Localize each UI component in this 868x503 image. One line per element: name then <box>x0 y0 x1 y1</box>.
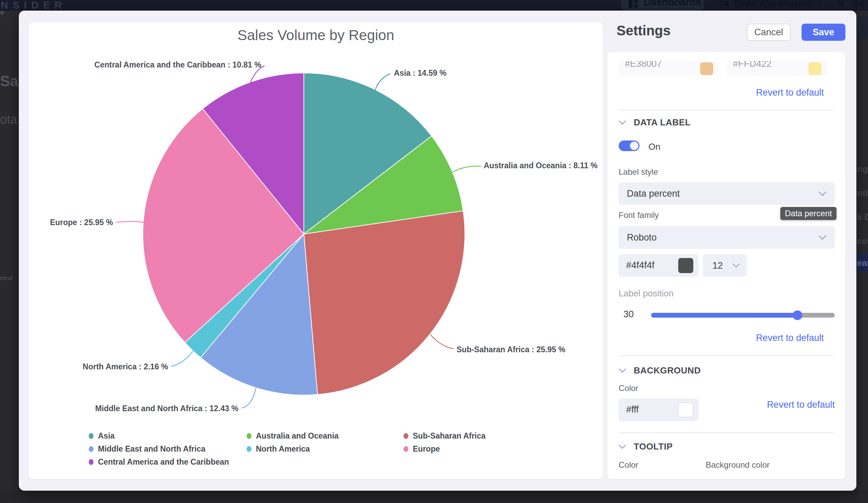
font-color-input[interactable]: #4f4f4f <box>619 254 699 277</box>
section-tooltip[interactable]: TOOLTIP <box>619 441 673 452</box>
legend-label: Central America and the Caribbean <box>98 458 229 467</box>
legend-item[interactable]: Europe <box>403 442 547 455</box>
series-color-input-1[interactable]: #E38007 <box>619 61 718 76</box>
font-family-label: Font family <box>619 211 659 220</box>
series-color-input-2[interactable]: #FFD422 <box>727 61 827 76</box>
divider <box>619 355 834 356</box>
series-color-swatch-1[interactable] <box>700 62 713 75</box>
label-position-slider[interactable] <box>651 313 835 318</box>
legend-dot <box>247 446 251 452</box>
legend-label: Australia and Oceania <box>256 431 339 441</box>
pie-label-leader <box>241 388 256 408</box>
settings-modal: Sales Volume by Region Asia : 14.59 %Aus… <box>19 11 856 491</box>
backdrop-left-strip: Sal ota ntral <box>0 11 19 491</box>
legend-item[interactable]: North America <box>247 442 403 455</box>
background-color-label: Color <box>619 383 638 393</box>
backdrop-bullet <box>0 11 4 15</box>
toggle-knob <box>630 142 639 150</box>
section-title: TOOLTIP <box>634 441 673 452</box>
chevron-down-icon <box>619 368 626 373</box>
revert-to-default-link[interactable]: Revert to default <box>756 333 824 343</box>
legend-item[interactable]: Asia <box>89 429 247 442</box>
chevron-down-icon <box>815 0 822 4</box>
pie-label-leader <box>453 166 481 172</box>
chevron-down-icon <box>619 444 626 449</box>
backdrop-text: Sal <box>0 73 19 90</box>
slider-thumb[interactable] <box>793 310 802 320</box>
legend-label: Middle East and North Africa <box>98 444 206 454</box>
label-position-value: 30 <box>623 309 634 320</box>
backdrop-right-strip: nge nth k D eek ear <box>856 11 868 491</box>
pie-slice-label: Central America and the Caribbean : 10.8… <box>94 60 261 69</box>
data-label-toggle[interactable] <box>619 141 640 151</box>
section-background[interactable]: BACKGROUND <box>619 365 701 376</box>
label-style-label: Label style <box>619 167 658 177</box>
divider <box>619 110 834 110</box>
legend-dot <box>403 433 408 439</box>
section-data-label[interactable]: DATA LABEL <box>619 117 691 128</box>
pie-slice[interactable] <box>304 211 465 394</box>
tooltip-color-label: Color <box>619 460 638 470</box>
legend-dot <box>89 459 93 465</box>
chevron-down-icon <box>732 263 740 268</box>
pie-slice-label: Europe : 25.95 % <box>50 218 113 227</box>
save-button[interactable]: Save <box>802 24 845 41</box>
cancel-button[interactable]: Cancel <box>747 24 790 41</box>
gear-icon[interactable]: ⚙ <box>836 0 845 9</box>
top-navbar: NSIDER Dashboards Data Warehouse ⚙ Se <box>0 0 868 11</box>
slider-fill <box>651 313 797 318</box>
dashboards-grid-icon <box>629 0 639 8</box>
legend-item[interactable]: Middle East and North Africa <box>89 442 247 455</box>
chevron-down-icon <box>818 191 827 196</box>
font-family-select[interactable]: Roboto <box>619 226 835 249</box>
background-color-input[interactable]: #fff <box>619 399 699 421</box>
nav-dashboards-label: Dashboards <box>644 0 701 8</box>
settings-panel: #E38007 #FFD422 Revert to default DATA L… <box>607 52 845 479</box>
label-style-select[interactable]: Data percent <box>619 182 835 205</box>
pie-chart: Asia : 14.59 %Australia and Oceania : 8.… <box>29 22 603 479</box>
pie-label-leader <box>375 74 391 91</box>
font-color-swatch[interactable] <box>678 258 693 273</box>
label-style-tooltip: Data percent <box>780 207 837 220</box>
backdrop-text: nth <box>857 188 868 198</box>
legend-item[interactable]: Central America and the Caribbean <box>89 455 247 469</box>
backdrop-bottom-strip <box>0 491 868 503</box>
backdrop-text: ear <box>857 258 868 268</box>
backdrop-text: nge <box>857 164 868 174</box>
font-family-value: Roboto <box>627 232 657 243</box>
page-title: Settings <box>617 23 671 38</box>
legend-item[interactable]: Australia and Oceania <box>247 429 403 442</box>
series-color-value-1: #E38007 <box>625 61 662 69</box>
backdrop-text: eek <box>857 236 868 246</box>
pie-slice-label: Middle East and North Africa : 12.43 % <box>95 404 238 413</box>
revert-to-default-link[interactable]: Revert to default <box>767 400 835 410</box>
legend-dot <box>89 446 93 452</box>
chevron-down-icon <box>818 235 827 240</box>
legend-dot <box>403 446 408 452</box>
pie-slice-label: North America : 2.16 % <box>83 362 168 371</box>
legend-item[interactable]: Sub-Saharan Africa <box>403 429 547 442</box>
nav-settings-label: Se <box>852 0 864 9</box>
series-color-swatch-2[interactable] <box>808 62 822 75</box>
chart-legend: AsiaAustralia and OceaniaSub-Saharan Afr… <box>89 429 547 469</box>
background-color-swatch[interactable] <box>678 402 693 417</box>
pie-slice-label: Australia and Oceania : 8.11 % <box>484 161 597 170</box>
legend-label: Europe <box>413 444 440 454</box>
legend-label: Asia <box>98 431 115 441</box>
backdrop-text: ota <box>0 112 17 127</box>
divider <box>619 432 834 433</box>
label-style-value: Data percent <box>627 188 680 199</box>
revert-to-default-link[interactable]: Revert to default <box>756 88 824 98</box>
pie-label-leader <box>116 221 144 222</box>
series-color-value-2: #FFD422 <box>733 61 772 69</box>
legend-dot <box>247 433 251 439</box>
section-title: BACKGROUND <box>634 365 701 376</box>
backdrop-text: ntral <box>0 275 13 282</box>
nav-dashboards-button[interactable]: Dashboards <box>621 0 704 11</box>
legend-dot <box>89 433 93 439</box>
tooltip-background-color-label: Background color <box>706 460 770 470</box>
font-size-value: 12 <box>713 260 723 271</box>
nav-data-warehouse-button[interactable]: Data Warehouse <box>719 0 822 11</box>
chevron-down-icon <box>619 120 626 125</box>
font-size-select[interactable]: 12 <box>703 254 747 277</box>
